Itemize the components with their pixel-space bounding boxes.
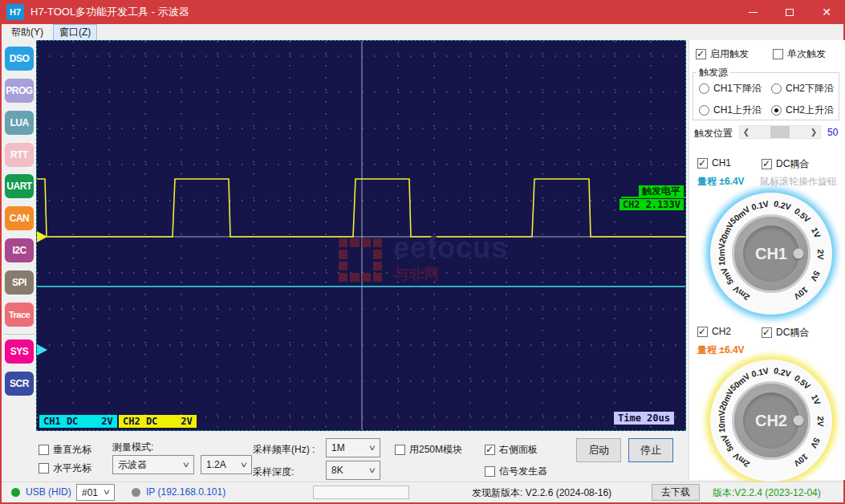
sidebar: DSO PROG LUA RTT UART CAN I2C SPI Trace … <box>2 40 36 480</box>
timebase-badge: Time 20us <box>614 412 674 425</box>
ch2-range-knob[interactable]: CH2 0.1V0.2V0.5V1V2V5V10V2mV5mV10mV20mV5… <box>710 360 832 482</box>
knob-scale-label: 0.5V <box>793 372 812 391</box>
checkbox-icon <box>762 159 772 169</box>
knob-indicator-dot <box>794 416 804 426</box>
checkbox-icon <box>762 327 772 338</box>
sample-rate-label: 采样频率(Hz) : <box>253 443 315 457</box>
ch1-enable-checkbox[interactable]: CH1 <box>697 157 731 169</box>
watermark-title: eefocus <box>393 234 508 262</box>
radio-icon <box>699 83 709 94</box>
vertical-cursor-checkbox[interactable]: 垂直光标 <box>39 443 91 457</box>
ch1-range-knob[interactable]: CH1 0.1V0.2V0.5V1V2V5V10V2mV5mV10mV20mV5… <box>710 193 832 315</box>
watermark: eefocus 与非网 <box>339 234 508 285</box>
knob-scale-label: 1V <box>810 392 823 406</box>
trigger-position-label: 触发位置 <box>694 127 733 140</box>
knob-scale-label: 2V <box>816 417 826 427</box>
radio-ch2-falling[interactable]: CH2下降沿 <box>771 82 834 96</box>
oscilloscope-display: eefocus 与非网 触发电平 CH2 2.133V CH1 DC 2V CH… <box>36 40 686 431</box>
ip-status-text: IP (192.168.0.101) <box>146 486 225 498</box>
title-bar: H7 H7-TOOL多功能开发工具 - 示波器 ✕ <box>0 0 845 24</box>
ch2-status-badge: CH2 DC 2V <box>119 415 197 428</box>
menu-help[interactable]: 帮助(Y) <box>5 24 50 41</box>
sidebar-item-scr[interactable]: SCR <box>5 372 34 396</box>
single-trigger-checkbox[interactable]: 单次触发 <box>773 47 826 61</box>
ch1-status-badge: CH1 DC 2V <box>39 415 117 428</box>
scrollbar-track[interactable] <box>753 126 807 138</box>
signal-generator-checkbox[interactable]: 信号发生器 <box>485 465 547 478</box>
usb-status-text: USB (HID) <box>26 486 71 498</box>
stop-button[interactable]: 停止 <box>628 438 673 462</box>
ch1-dc-coupling-checkbox[interactable]: DC耦合 <box>762 157 809 171</box>
sidebar-item-i2c[interactable]: I2C <box>5 238 34 262</box>
sidebar-item-trace[interactable]: Trace <box>5 303 34 327</box>
checkbox-icon <box>697 158 708 169</box>
scrollbar-thumb[interactable] <box>770 126 790 138</box>
sidebar-item-lua[interactable]: LUA <box>5 111 34 135</box>
knob-scale-label: 10V <box>792 452 810 469</box>
trigger-position-scrollbar[interactable]: ❮ ❯ <box>739 125 821 139</box>
knob-scale-label: 0.2V <box>773 365 792 379</box>
use-250m-checkbox[interactable]: 用250M模块 <box>395 443 462 457</box>
ch2-enable-checkbox[interactable]: CH2 <box>697 326 731 337</box>
checkbox-icon <box>773 49 783 59</box>
download-button[interactable]: 去下载 <box>652 484 700 501</box>
sidebar-item-dso[interactable]: DSO <box>5 47 34 71</box>
minimize-icon <box>749 12 758 13</box>
enable-trigger-checkbox[interactable]: 启用触发 <box>696 47 749 61</box>
device-select[interactable]: #01˅ <box>76 484 115 501</box>
right-panel: 启用触发 单次触发 触发源 CH1下降沿 CH2下降沿 CH1上升沿 CH2上升… <box>689 40 845 480</box>
trigger-position-value: 50 <box>827 127 838 138</box>
app-window: H7 H7-TOOL多功能开发工具 - 示波器 ✕ 帮助(Y) 窗口(Z) DS… <box>0 0 845 504</box>
knob-scale-label: 2V <box>816 250 826 260</box>
sidebar-item-can[interactable]: CAN <box>5 206 34 230</box>
current-range-select[interactable]: 1.2A˅ <box>201 455 252 474</box>
close-button[interactable]: ✕ <box>808 0 845 24</box>
radio-ch1-rising[interactable]: CH1上升沿 <box>699 104 762 117</box>
sidebar-item-uart[interactable]: UART <box>5 174 34 198</box>
sidebar-item-sys[interactable]: SYS <box>5 339 34 364</box>
scroll-right-icon[interactable]: ❯ <box>807 126 820 138</box>
maximize-icon <box>786 9 794 16</box>
maximize-button[interactable] <box>771 0 808 24</box>
minimize-button[interactable] <box>734 0 771 24</box>
trigger-source-legend: 触发源 <box>697 66 730 79</box>
sidebar-item-rtt[interactable]: RTT <box>5 143 34 167</box>
radio-ch1-falling[interactable]: CH1下降沿 <box>699 82 762 96</box>
knob-scale-label: 2mV <box>731 284 751 303</box>
scroll-left-icon[interactable]: ❮ <box>740 126 753 138</box>
watermark-logo <box>339 238 382 282</box>
knob-scale-label: 0.1V <box>750 365 770 379</box>
radio-icon <box>771 105 782 116</box>
sidebar-item-spi[interactable]: SPI <box>5 270 34 295</box>
checkbox-icon <box>485 445 495 455</box>
chevron-down-icon: ˅ <box>183 461 189 469</box>
knob-scale-label: 10mV <box>717 243 726 266</box>
knob-scale-label: 2mV <box>731 451 751 469</box>
knob-scale-label: 0.1V <box>750 198 770 212</box>
ch2-knob-label: CH2 <box>755 412 787 430</box>
radio-icon <box>771 83 782 94</box>
horizontal-cursor-checkbox[interactable]: 水平光标 <box>39 461 91 475</box>
chevron-down-icon: ˅ <box>104 488 110 497</box>
sidebar-item-prog[interactable]: PROG <box>5 79 34 103</box>
start-button[interactable]: 启动 <box>576 438 621 462</box>
radio-ch2-rising[interactable]: CH2上升沿 <box>771 104 834 117</box>
checkbox-icon <box>485 466 495 477</box>
sidebar-divider <box>4 334 35 335</box>
chevron-down-icon: ˅ <box>369 444 376 453</box>
usb-status-icon <box>11 488 20 497</box>
ch1-range: 量程 ±6.4V <box>697 175 745 189</box>
close-icon: ✕ <box>822 6 831 18</box>
menu-window[interactable]: 窗口(Z) <box>53 24 97 41</box>
checkbox-icon <box>697 327 708 337</box>
sample-depth-select[interactable]: 8K˅ <box>326 461 380 480</box>
app-version-text: 版本:V2.2.4 (2023-12-04) <box>713 486 821 500</box>
sample-depth-label: 采样深度: <box>253 465 294 479</box>
measure-mode-select[interactable]: 示波器˅ <box>112 455 194 474</box>
sample-rate-select[interactable]: 1M˅ <box>326 438 380 457</box>
ip-status-icon <box>132 488 140 497</box>
checkbox-icon <box>395 445 405 455</box>
ch2-dc-coupling-checkbox[interactable]: DC耦合 <box>762 326 809 339</box>
right-panel-checkbox[interactable]: 右侧面板 <box>485 443 538 457</box>
trigger-value-label: CH2 2.133V <box>620 199 684 210</box>
